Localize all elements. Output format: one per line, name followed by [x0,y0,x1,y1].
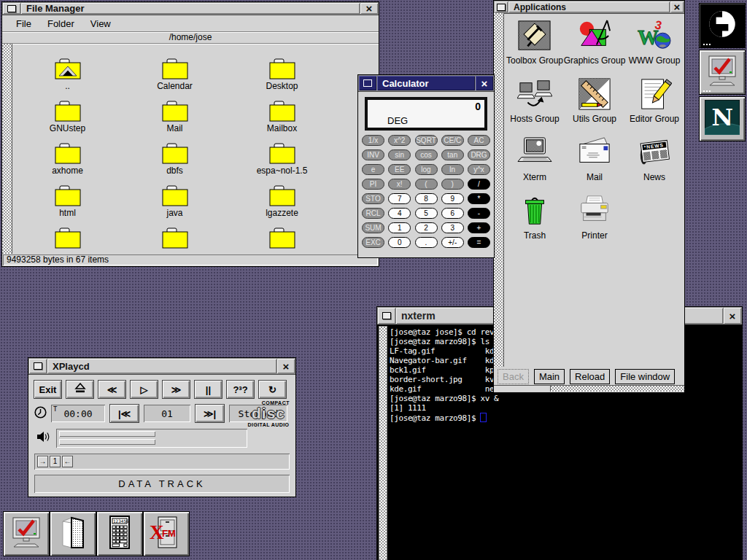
calc-key-SUM[interactable]: SUM [362,222,384,233]
pause-button[interactable]: || [194,380,222,399]
app-item-hosts[interactable]: Hosts Group [505,76,565,134]
calc-key-1_x[interactable]: 1/x [362,135,384,146]
calc-key-_[interactable]: * [468,193,490,204]
calc-key-y_x[interactable]: y^x [468,164,490,175]
folder-item[interactable]: lgazzete [228,185,336,228]
calc-key-e[interactable]: e [362,164,384,175]
calc-key-0[interactable]: 0 [388,237,411,248]
calc-key-_[interactable]: - [468,208,490,219]
window-menu-button[interactable] [378,308,395,324]
calc-key-_[interactable]: ( [415,179,438,190]
windowmaker-dock-tile[interactable] [699,3,746,48]
calc-key-EXC[interactable]: EXC [362,237,384,248]
calc-key-STO[interactable]: STO [362,193,384,204]
box-app-dock-tile[interactable] [50,511,96,556]
calc-key-_[interactable]: + [468,222,490,233]
calc-key-x_2[interactable]: x^2 [388,135,411,146]
close-button[interactable]: × [277,359,295,373]
calc-key-RCL[interactable]: RCL [362,208,384,219]
calc-key-SQRT[interactable]: SQRT [415,135,438,146]
calc-key-6[interactable]: 6 [441,208,464,219]
calc-key-DRG[interactable]: DRG [468,149,490,160]
folder-item[interactable] [121,228,228,254]
calc-key-EE[interactable]: EE [388,164,411,175]
track-number-mini-button[interactable]: 1 [50,456,61,467]
close-button[interactable]: × [670,1,684,12]
play-button[interactable]: ▷ [130,380,158,399]
folder-item[interactable]: Mail [121,101,228,143]
app-item-editor[interactable]: Editor Group [624,76,684,134]
folder-item[interactable]: Desktop [228,58,336,101]
calc-key-log[interactable]: log [415,164,438,175]
folder-item[interactable]: espa~nol-1.5 [228,143,336,185]
calc-key-x_[interactable]: x! [388,179,411,190]
exit-button[interactable]: Exit [34,380,62,399]
shuffle-button[interactable]: ?³? [226,380,255,399]
repeat-button[interactable]: ↻ [258,380,287,399]
applications-horizontal-scrollbar[interactable] [494,385,684,392]
menu-view[interactable]: View [84,17,117,31]
rewind-button[interactable]: ≪ [98,380,126,399]
netscape-dock-tile[interactable]: N [699,96,746,141]
calc-key-PI[interactable]: PI [362,179,384,190]
previous-track-button[interactable]: |≪ [109,404,139,423]
calc-key-_[interactable]: ) [441,179,464,190]
folder-item[interactable]: GNUstep [14,101,121,143]
window-menu-button[interactable] [359,76,376,90]
app-item-graphics[interactable]: Graphics Group [565,18,624,76]
volume-slider[interactable] [59,431,155,437]
calc-key-2[interactable]: 2 [415,222,438,233]
scrollbar-thumb[interactable] [494,386,551,392]
window-menu-button[interactable] [3,3,20,14]
calc-key-4[interactable]: 4 [388,208,411,219]
desktop[interactable]: { "wm": {"close_glyph": "×"}, "file_mana… [0,0,747,560]
folder-item[interactable]: html [14,185,121,228]
close-button[interactable]: × [476,76,493,90]
xfm-file-manager-dock-tile[interactable]: XFM [143,511,190,556]
calc-key-CE_C[interactable]: CE/C [441,135,464,146]
calc-key-3[interactable]: 3 [441,222,464,233]
app-item-utils[interactable]: Utils Group [565,76,624,134]
folder-item[interactable]: axhome [14,143,121,185]
menu-folder[interactable]: Folder [41,17,81,31]
calc-key-5[interactable]: 5 [415,208,438,219]
folder-item[interactable] [14,228,121,254]
applications-vertical-scrollbar[interactable] [494,13,504,367]
calc-key-sin[interactable]: sin [388,149,411,160]
calc-key-cos[interactable]: cos [415,149,438,160]
close-button[interactable]: × [724,308,741,324]
calc-key-_[interactable]: / [468,179,490,190]
calc-key-_[interactable]: = [468,237,490,248]
app-item-xterm[interactable]: Xterm [505,134,565,192]
calc-key-AC[interactable]: AC [468,135,490,146]
calc-key-1[interactable]: 1 [388,222,411,233]
app-item-news[interactable]: *NEWSNews [624,134,684,192]
balance-slider[interactable] [59,439,155,445]
menu-file[interactable]: File [9,17,38,31]
fm-vertical-scrollbar[interactable] [2,44,12,254]
folder-item[interactable]: java [121,185,228,228]
app-item-trash[interactable]: Trash [505,192,565,251]
calc-key-INV[interactable]: INV [362,149,384,160]
folder-item[interactable] [228,228,336,254]
file-window-button[interactable]: File window [615,369,675,384]
main-button[interactable]: Main [534,369,565,384]
calc-key-_[interactable]: . [415,237,438,248]
calc-key-tan[interactable]: tan [441,149,464,160]
calc-key-___[interactable]: +/- [441,237,464,248]
track-next-mini-button[interactable]: → [37,456,48,467]
forward-button[interactable]: ≫ [162,380,190,399]
folder-item[interactable]: Calendar [121,58,228,101]
folder-item[interactable]: .. [14,58,121,101]
calc-key-7[interactable]: 7 [388,193,411,204]
app-item-www[interactable]: W3WWW Group [624,18,684,76]
next-track-button[interactable]: ≫| [195,404,225,423]
calc-key-ln[interactable]: ln [441,164,464,175]
terminal-scrollbar[interactable] [379,326,387,560]
window-menu-button[interactable] [29,359,47,373]
calc-key-8[interactable]: 8 [415,193,438,204]
app-item-mail[interactable]: Mail [565,134,624,192]
app-item-toolbox[interactable]: Toolbox Group [505,18,565,76]
track-prev-mini-button[interactable]: ← [62,456,73,467]
calculator-dock-tile[interactable]: 123456 [96,511,143,556]
